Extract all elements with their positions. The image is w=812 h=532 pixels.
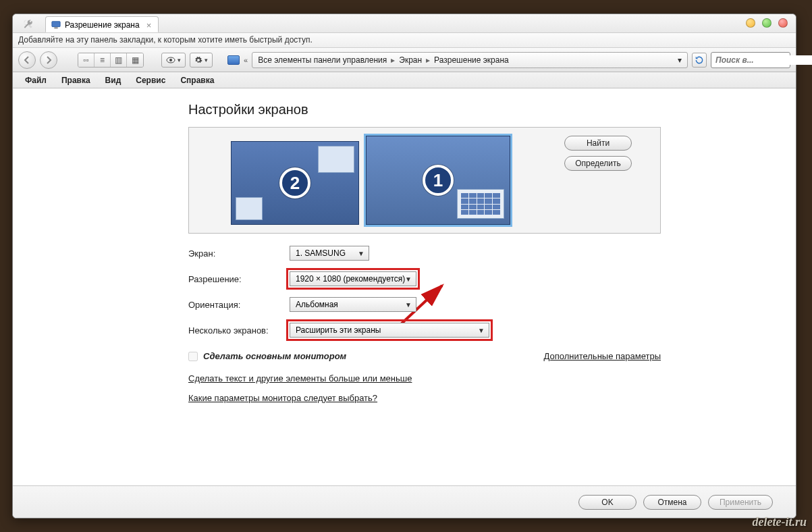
chevron-down-icon: ▼ — [478, 327, 485, 334]
make-primary-label: Сделать основным монитором — [203, 351, 346, 361]
view-details-button[interactable]: ▦ — [127, 53, 143, 67]
search-input[interactable] — [715, 55, 812, 65]
menu-view[interactable]: Вид — [99, 74, 128, 87]
breadcrumb-bar[interactable]: Все элементы панели управления ▸ Экран ▸… — [252, 52, 688, 68]
apply-button[interactable]: Применить — [708, 495, 773, 510]
breadcrumb-dropdown-icon[interactable]: ▾ — [678, 55, 682, 65]
screen-select[interactable]: 1. SAMSUNG ▼ — [290, 246, 369, 261]
make-primary-row: Сделать основным монитором Дополнительны… — [188, 351, 661, 361]
menu-help[interactable]: Справка — [173, 74, 221, 87]
gear-icon — [194, 56, 202, 64]
svg-rect-0 — [52, 22, 60, 27]
multiple-displays-value: Расширить эти экраны — [296, 325, 381, 335]
nav-toolbar: ▫▫ ≡ ▥ ▦ ▾ ▾ « Все элементы панели управ… — [13, 48, 796, 72]
monitor-1-badge: 1 — [423, 165, 454, 196]
view-list-button[interactable]: ≡ — [94, 53, 111, 67]
orientation-select-value: Альбомная — [296, 300, 338, 309]
view-mode-group: ▫▫ ≡ ▥ ▦ — [78, 53, 144, 68]
resolution-select[interactable]: 1920 × 1080 (рекомендуется) ▼ — [290, 271, 416, 286]
monitor-1-preview[interactable]: 1 — [366, 136, 510, 225]
refresh-button[interactable] — [692, 53, 707, 68]
chevron-down-icon: ▼ — [358, 250, 364, 257]
page-title: Настройки экранов — [188, 102, 769, 117]
monitor-2-preview[interactable]: 2 — [231, 141, 359, 225]
window-minimize-button[interactable] — [746, 18, 755, 28]
control-panel-icon — [227, 55, 240, 65]
window-maximize-button[interactable] — [762, 18, 772, 28]
nav-forward-button[interactable] — [40, 51, 57, 69]
view-columns-button[interactable]: ▥ — [111, 53, 127, 67]
breadcrumb-screen[interactable]: Экран — [399, 55, 422, 65]
orientation-select[interactable]: Альбомная ▼ — [290, 297, 416, 312]
monitor-2-badge: 2 — [279, 167, 310, 198]
screen-select-value: 1. SAMSUNG — [296, 248, 346, 258]
monitor-arrangement-box: 2 1 Найти Определить — [188, 127, 661, 234]
dialog-footer: OK Отмена Применить — [13, 485, 796, 518]
preview-toggle-button[interactable]: ▾ — [161, 53, 186, 68]
wrench-icon[interactable] — [22, 18, 33, 29]
monitor-side-buttons: Найти Определить — [564, 136, 632, 171]
which-settings-link[interactable]: Какие параметры монитора следует выбрать… — [188, 393, 769, 403]
breadcrumb-resolution[interactable]: Разрешение экрана — [434, 55, 509, 65]
tab-title: Разрешение экрана — [65, 20, 140, 30]
tab-strip: Разрешение экрана × — [13, 14, 796, 33]
display-settings-form: Экран: 1. SAMSUNG ▼ Разрешение: 1920 × 1… — [188, 246, 769, 338]
chevron-down-icon: ▼ — [405, 275, 412, 283]
screen-label: Экран: — [188, 248, 290, 259]
advanced-settings-link[interactable]: Дополнительные параметры — [543, 351, 661, 361]
monitor-previews[interactable]: 2 1 — [231, 136, 510, 225]
refresh-icon — [695, 55, 704, 65]
tab-close-icon[interactable]: × — [146, 21, 152, 30]
detect-button[interactable]: Найти — [564, 136, 632, 151]
multiple-displays-select[interactable]: Расширить эти экраны ▼ — [290, 323, 489, 338]
text-size-link[interactable]: Сделать текст и другие элементы больше и… — [188, 373, 769, 383]
menu-bar: Файл Правка Вид Сервис Справка — [13, 72, 796, 88]
ok-button[interactable]: OK — [578, 495, 637, 510]
nav-back-button[interactable] — [18, 51, 36, 69]
breadcrumb-root[interactable]: Все элементы панели управления — [258, 55, 387, 65]
window-close-button[interactable] — [778, 18, 788, 28]
chevron-right-icon: ▸ — [426, 55, 430, 65]
monitor-icon — [51, 20, 61, 30]
search-box[interactable] — [711, 52, 790, 68]
menu-service[interactable]: Сервис — [129, 74, 172, 87]
identify-button[interactable]: Определить — [564, 156, 632, 171]
breadcrumb-overflow-chevron[interactable]: « — [244, 56, 248, 64]
mini-window-icon — [236, 197, 263, 220]
make-primary-checkbox[interactable] — [188, 352, 198, 361]
svg-point-3 — [169, 59, 172, 61]
mini-grid-icon — [457, 189, 504, 219]
cancel-button[interactable]: Отмена — [643, 495, 701, 510]
menu-file[interactable]: Файл — [18, 74, 53, 87]
content-area: Настройки экранов 2 1 Найти Определить — [13, 88, 796, 485]
browser-window: Разрешение экрана × Добавляйте на эту па… — [12, 14, 796, 518]
settings-gear-button[interactable]: ▾ — [190, 53, 213, 68]
multiple-displays-label: Несколько экранов: — [188, 325, 290, 336]
svg-rect-1 — [54, 28, 57, 29]
bookmarks-hint-bar: Добавляйте на эту панель закладки, к кот… — [13, 33, 796, 48]
chevron-down-icon: ▼ — [405, 301, 412, 309]
resolution-select-value: 1920 × 1080 (рекомендуется) — [296, 274, 405, 284]
mini-window-icon — [318, 146, 354, 173]
menu-edit[interactable]: Правка — [55, 74, 97, 87]
browser-tab[interactable]: Разрешение экрана × — [45, 16, 159, 32]
view-tiles-button[interactable]: ▫▫ — [78, 53, 94, 67]
chevron-right-icon: ▸ — [391, 55, 395, 65]
watermark-text: delete-it.ru — [753, 515, 807, 529]
orientation-label: Ориентация: — [188, 300, 290, 310]
resolution-label: Разрешение: — [188, 274, 290, 284]
eye-icon — [166, 57, 175, 63]
window-controls — [746, 18, 788, 28]
